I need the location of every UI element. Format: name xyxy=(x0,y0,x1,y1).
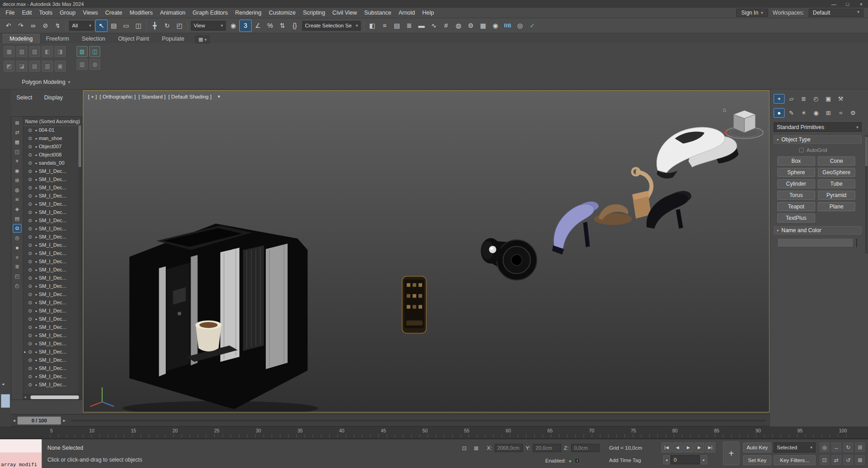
list-item[interactable]: ⊙ ● SM_I_Dec... xyxy=(23,208,82,216)
object-name[interactable]: SM_I_Dec... xyxy=(39,201,67,207)
polygon-modeling-dropdown[interactable]: Polygon Modeling ▾ xyxy=(22,79,70,85)
list-item[interactable]: ⊙ ● SM_I_Dec... xyxy=(23,265,82,274)
list-item[interactable]: ⊙ ● SM_I_Dec... xyxy=(23,200,82,208)
filter-shapes-icon[interactable]: ◫ xyxy=(13,147,21,156)
visibility-eye-icon[interactable]: ⊙ xyxy=(27,333,33,338)
black-heels-object[interactable] xyxy=(646,191,691,229)
name-color-rollout-header[interactable]: ▾ Name and Color xyxy=(774,226,862,234)
object-name[interactable]: SM_I_Dec... xyxy=(39,283,67,289)
render-iterative-icon[interactable]: ◎ xyxy=(514,20,526,32)
object-name[interactable]: SM_I_Dec... xyxy=(39,374,67,379)
maximize-viewport-icon[interactable]: ⊞ xyxy=(855,442,865,452)
white-sneakers-object[interactable] xyxy=(656,127,739,178)
visibility-eye-icon[interactable]: ⊙ xyxy=(27,234,33,239)
list-item[interactable]: ⊙ ● SM_I_Dec... xyxy=(23,339,82,348)
display-tab-icon[interactable]: ▣ xyxy=(823,94,834,104)
set-keys-button[interactable]: + xyxy=(723,442,739,465)
selection-lock-icon[interactable]: ⊠ xyxy=(471,443,481,453)
viewport-label-segment[interactable]: [ Standard ] xyxy=(139,94,165,99)
info-icon[interactable]: i xyxy=(574,458,580,464)
object-name[interactable]: SM_I_Dec... xyxy=(39,275,67,281)
add-time-tag[interactable]: Add Time Tag xyxy=(609,458,641,463)
close-button[interactable]: × xyxy=(854,0,868,8)
menu-item[interactable]: Views xyxy=(79,10,102,16)
display-none-icon[interactable]: ⊙ xyxy=(13,224,21,233)
select-and-move-icon[interactable]: ╋ xyxy=(149,20,161,32)
list-item[interactable]: ⊙ ● Object007 xyxy=(23,142,82,151)
list-item[interactable]: ▸ ⊙ ● SM_I_Dec... xyxy=(23,348,82,356)
list-item[interactable]: ⊙ ● SM_I_Dec... xyxy=(23,216,82,224)
use-pivot-point-icon[interactable]: ◉ xyxy=(227,20,239,32)
visibility-eye-icon[interactable]: ⊙ xyxy=(27,161,33,166)
smartphone-object[interactable] xyxy=(402,276,426,333)
object-name[interactable]: SM_I_Dec... xyxy=(39,218,67,223)
visibility-eye-icon[interactable]: ⊙ xyxy=(27,226,33,231)
object-name[interactable]: SM_I_Dec... xyxy=(39,316,67,322)
helpers-category-icon[interactable]: ⊞ xyxy=(823,108,834,118)
list-item[interactable]: ⊙ ● SM_I_Dec... xyxy=(23,241,82,249)
visibility-eye-icon[interactable]: ⊙ xyxy=(27,358,33,363)
state-check-icon[interactable]: ✓ xyxy=(526,20,538,32)
space-warps-category-icon[interactable]: ≈ xyxy=(835,108,846,118)
object-name[interactable]: SM_I_Dec... xyxy=(39,250,67,256)
visibility-eye-icon[interactable]: ⊙ xyxy=(27,382,33,387)
orbit-icon[interactable]: ↻ xyxy=(843,442,853,452)
list-item[interactable]: ⊙ ● SM_I_Dec... xyxy=(23,307,82,315)
edit-named-selection-sets-icon[interactable]: {} xyxy=(289,20,301,32)
display-children-icon[interactable]: ▤ xyxy=(13,214,21,223)
bind-to-space-warp-icon[interactable]: ↯ xyxy=(52,20,64,32)
menu-item[interactable]: Modifiers xyxy=(126,10,156,16)
tweak-icon[interactable]: ▣ xyxy=(55,61,66,72)
list-item[interactable]: ⊙ ● SM_I_Dec... xyxy=(23,167,82,175)
primitive-button[interactable]: GeoSphere xyxy=(818,168,856,177)
polygon-mode-icon[interactable]: ◨ xyxy=(55,46,66,57)
primitive-button[interactable]: Tube xyxy=(818,179,856,188)
minimize-button[interactable]: — xyxy=(827,0,841,8)
filter-helpers-icon[interactable]: ⊞ xyxy=(13,176,21,185)
coffee-machine-object[interactable] xyxy=(123,224,318,412)
visibility-eye-icon[interactable]: ⊙ xyxy=(27,218,33,223)
hat-object[interactable] xyxy=(594,204,632,225)
visibility-eye-icon[interactable]: ⊙ xyxy=(27,374,33,379)
auto-key-button[interactable]: Auto Key xyxy=(743,442,771,452)
primitive-button[interactable]: Plane xyxy=(818,202,856,211)
menu-item[interactable]: Scripting xyxy=(299,10,329,16)
time-slider-handle[interactable]: 0 / 100 xyxy=(17,416,61,425)
previous-frame-arrow-icon[interactable]: ◂ xyxy=(11,418,17,423)
visibility-eye-icon[interactable]: ⊙ xyxy=(27,128,33,133)
explorer-menu[interactable]: Select xyxy=(12,93,37,103)
list-item[interactable]: ⊙ ● SM_I_Dec... xyxy=(23,282,82,290)
ribbon-tab[interactable]: Modeling xyxy=(3,34,40,43)
element-mode-icon[interactable]: ◩ xyxy=(4,61,15,72)
menu-item[interactable]: Graph Editors xyxy=(189,10,232,16)
z-coordinate-field[interactable]: 0,0cm xyxy=(571,444,599,452)
workspaces-select[interactable]: Default ▾ xyxy=(809,9,863,17)
visibility-eye-icon[interactable]: ⊙ xyxy=(27,210,33,215)
primitive-button[interactable]: Box xyxy=(777,156,815,166)
snaps-toggle-icon[interactable]: 3 xyxy=(239,20,252,32)
display-frozen-icon[interactable]: ■ xyxy=(13,243,21,252)
apply-edit-poly-icon[interactable]: ◫ xyxy=(89,46,100,57)
time-slider[interactable]: ◂ 0 / 100 ▸ xyxy=(11,414,770,426)
visibility-eye-icon[interactable]: ⊙ xyxy=(27,325,33,330)
primitive-button[interactable]: Pyramid xyxy=(818,191,856,200)
menu-item[interactable]: Animation xyxy=(156,10,189,16)
percent-snap-icon[interactable]: % xyxy=(264,20,276,32)
visibility-eye-icon[interactable]: ⊙ xyxy=(27,251,33,256)
orbit-subobject-icon[interactable]: ↺ xyxy=(843,455,853,465)
toggle-layout-icon[interactable]: ⊠ xyxy=(855,455,865,465)
maximize-button[interactable]: □ xyxy=(841,0,854,8)
visibility-eye-icon[interactable]: ⊙ xyxy=(27,276,33,281)
object-name-field[interactable] xyxy=(777,238,853,247)
convert-to-poly-icon[interactable]: ▧ xyxy=(77,46,88,57)
vertex-mode-icon[interactable]: ▧ xyxy=(16,46,27,57)
list-item[interactable]: ⊙ ● man_shoe xyxy=(23,134,82,142)
list-item[interactable]: ⊙ ● SM_I_Dec... xyxy=(23,380,82,389)
align-icon[interactable]: ≡ xyxy=(378,20,391,32)
2d-pan-zoom-icon[interactable]: ⇄ xyxy=(832,455,841,465)
purple-heels-object[interactable] xyxy=(552,202,599,255)
checkbox-icon[interactable] xyxy=(799,148,804,152)
primitive-button[interactable]: Torus xyxy=(777,191,815,200)
list-item[interactable]: ⊙ ● SM_I_Dec... xyxy=(23,175,82,183)
primitive-category-select[interactable]: Standard Primitives ▾ xyxy=(774,122,862,132)
